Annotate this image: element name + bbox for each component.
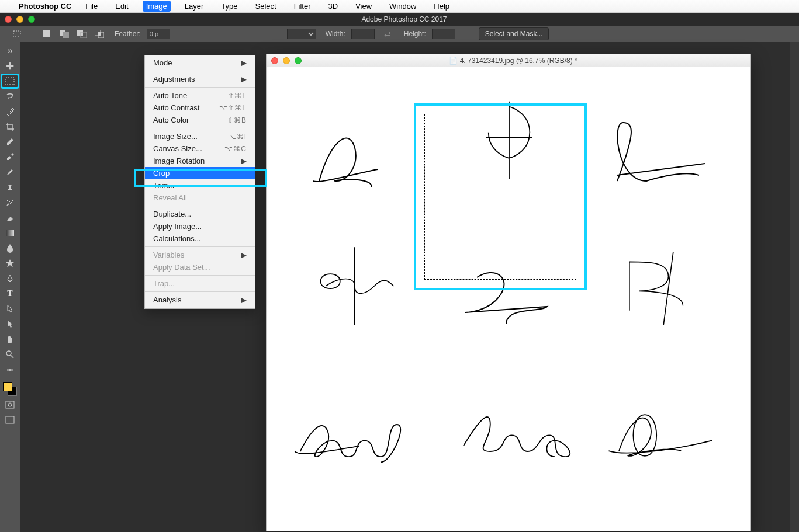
clone-stamp-tool[interactable] bbox=[2, 181, 18, 194]
height-label: Height: bbox=[404, 30, 426, 38]
svg-rect-13 bbox=[6, 401, 14, 408]
gradient-tool[interactable] bbox=[2, 227, 18, 239]
lasso-tool[interactable] bbox=[2, 90, 18, 103]
style-select[interactable] bbox=[287, 29, 316, 39]
width-label: Width: bbox=[326, 30, 345, 38]
menu-item-adjustments[interactable]: Adjustments▶ bbox=[145, 73, 255, 85]
menu-select[interactable]: Select bbox=[251, 1, 279, 12]
foreground-color-swatch[interactable] bbox=[3, 382, 12, 391]
menu-filter[interactable]: Filter bbox=[290, 1, 314, 12]
eyedropper-tool[interactable] bbox=[2, 135, 18, 148]
signature-9 bbox=[588, 394, 722, 482]
svg-rect-8 bbox=[98, 32, 101, 36]
rectangular-marquee-tool[interactable] bbox=[2, 75, 18, 88]
menu-item-image-size[interactable]: Image Size...⌥⌘I bbox=[145, 130, 255, 142]
blur-tool[interactable] bbox=[2, 242, 18, 255]
height-input[interactable] bbox=[432, 29, 455, 39]
tools-panel: » T ••• bbox=[0, 42, 20, 532]
svg-marker-11 bbox=[6, 259, 14, 267]
brush-tool[interactable] bbox=[2, 166, 18, 179]
color-swatches[interactable] bbox=[3, 382, 17, 396]
right-panel-strip[interactable] bbox=[790, 42, 799, 532]
eraser-tool[interactable] bbox=[2, 211, 18, 224]
history-brush-tool[interactable] bbox=[2, 196, 18, 209]
menu-item-variables: Variables▶ bbox=[145, 249, 255, 261]
menu-item-analysis[interactable]: Analysis▶ bbox=[145, 294, 255, 306]
svg-rect-9 bbox=[6, 78, 14, 85]
options-bar: Feather: Width: ⇄ Height: Select and Mas… bbox=[0, 26, 799, 42]
direct-selection-tool[interactable] bbox=[2, 318, 18, 331]
subtract-selection-icon[interactable] bbox=[76, 29, 88, 39]
svg-rect-4 bbox=[77, 30, 83, 36]
app-name[interactable]: Photoshop CC bbox=[19, 2, 71, 11]
feather-label: Feather: bbox=[115, 30, 141, 38]
signature-1 bbox=[290, 111, 424, 199]
svg-rect-15 bbox=[6, 416, 14, 423]
menu-item-trim[interactable]: Trim... bbox=[145, 179, 255, 192]
signature-8 bbox=[442, 394, 576, 482]
maximize-icon[interactable] bbox=[28, 16, 35, 23]
path-selection-tool[interactable] bbox=[2, 302, 18, 315]
add-selection-icon[interactable] bbox=[58, 29, 70, 39]
menu-item-duplicate[interactable]: Duplicate... bbox=[145, 208, 255, 220]
zoom-tool[interactable] bbox=[2, 348, 18, 361]
menu-3d[interactable]: 3D bbox=[325, 1, 342, 12]
menu-view[interactable]: View bbox=[352, 1, 375, 12]
minimize-icon[interactable] bbox=[16, 16, 23, 23]
image-menu-dropdown: Mode▶Adjustments▶Auto Tone⇧⌘LAuto Contra… bbox=[144, 55, 255, 309]
menu-window[interactable]: Window bbox=[386, 1, 420, 12]
feather-input[interactable] bbox=[147, 29, 170, 39]
svg-rect-10 bbox=[6, 230, 14, 236]
menu-item-image-rotation[interactable]: Image Rotation▶ bbox=[145, 155, 255, 167]
menu-edit[interactable]: Edit bbox=[112, 1, 132, 12]
document-titlebar[interactable]: 📄 4. 731423419.jpg @ 16.7% (RGB/8) * bbox=[267, 54, 750, 67]
menu-item-apply-data-set: Apply Data Set... bbox=[145, 261, 255, 273]
menu-item-calculations[interactable]: Calculations... bbox=[145, 232, 255, 245]
magic-wand-tool[interactable] bbox=[2, 105, 18, 118]
close-icon[interactable] bbox=[5, 16, 12, 23]
menu-item-apply-image[interactable]: Apply Image... bbox=[145, 220, 255, 232]
mac-menubar: Photoshop CC File Edit Image Layer Type … bbox=[0, 0, 799, 13]
hand-tool[interactable] bbox=[2, 333, 18, 346]
select-and-mask-button[interactable]: Select and Mask... bbox=[479, 27, 549, 40]
type-tool[interactable]: T bbox=[2, 287, 18, 300]
screen-mode-icon[interactable] bbox=[2, 413, 18, 426]
menu-image[interactable]: Image bbox=[143, 1, 171, 12]
app-window-title: Adobe Photoshop CC 2017 bbox=[5, 15, 799, 23]
svg-point-14 bbox=[8, 403, 12, 406]
healing-brush-tool[interactable] bbox=[2, 151, 18, 164]
svg-rect-0 bbox=[13, 31, 20, 36]
menu-item-mode[interactable]: Mode▶ bbox=[145, 57, 255, 69]
signature-3 bbox=[594, 111, 728, 199]
tool-preset-icon[interactable] bbox=[12, 29, 23, 39]
menu-item-crop[interactable]: Crop bbox=[145, 167, 255, 179]
menu-item-auto-tone[interactable]: Auto Tone⇧⌘L bbox=[145, 89, 255, 102]
marquee-selection bbox=[424, 114, 576, 280]
menu-item-auto-color[interactable]: Auto Color⇧⌘B bbox=[145, 114, 255, 126]
pen-tool[interactable] bbox=[2, 272, 18, 285]
document-window: 📄 4. 731423419.jpg @ 16.7% (RGB/8) * bbox=[266, 54, 751, 531]
canvas[interactable] bbox=[267, 67, 750, 531]
menu-item-canvas-size[interactable]: Canvas Size...⌥⌘C bbox=[145, 142, 255, 155]
svg-point-12 bbox=[6, 351, 11, 356]
menu-layer[interactable]: Layer bbox=[181, 1, 207, 12]
menu-type[interactable]: Type bbox=[217, 1, 241, 12]
window-controls bbox=[5, 16, 35, 23]
intersect-selection-icon[interactable] bbox=[94, 29, 105, 39]
move-tool[interactable] bbox=[2, 60, 18, 72]
menu-file[interactable]: File bbox=[82, 1, 101, 12]
menu-item-reveal-all: Reveal All bbox=[145, 192, 255, 204]
quick-mask-icon[interactable] bbox=[2, 398, 18, 411]
new-selection-icon[interactable] bbox=[41, 29, 53, 39]
collapse-toolbar-icon[interactable]: » bbox=[2, 44, 18, 57]
menu-help[interactable]: Help bbox=[430, 1, 453, 12]
signature-7 bbox=[284, 394, 418, 482]
width-input[interactable] bbox=[351, 29, 375, 39]
document-title: 📄 4. 731423419.jpg @ 16.7% (RGB/8) * bbox=[271, 57, 755, 65]
dodge-tool[interactable] bbox=[2, 257, 18, 270]
menu-item-auto-contrast[interactable]: Auto Contrast⌥⇧⌘L bbox=[145, 102, 255, 114]
svg-rect-1 bbox=[43, 30, 50, 37]
toolbar-more-icon[interactable]: ••• bbox=[2, 363, 18, 376]
crop-tool[interactable] bbox=[2, 120, 18, 133]
swap-dimensions-icon[interactable]: ⇄ bbox=[381, 29, 395, 39]
